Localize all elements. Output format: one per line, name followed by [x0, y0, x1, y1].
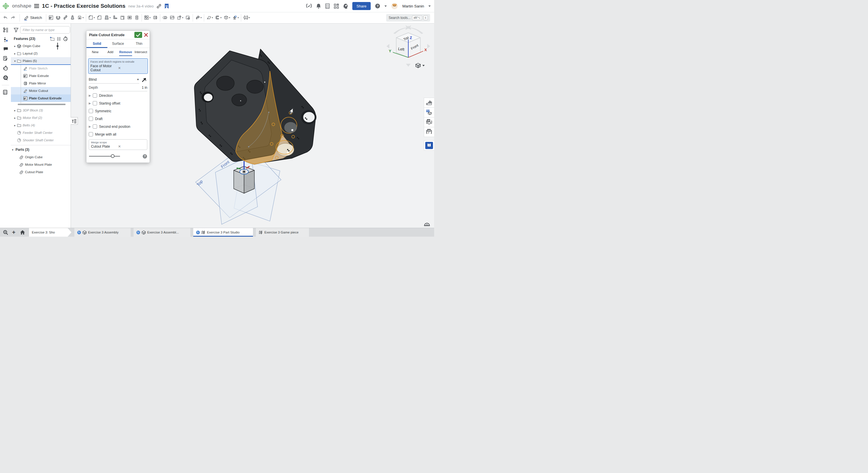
document-tab-exercise-3-assembl-[interactable]: ↻Exercise 3 Assembl... [133, 228, 190, 237]
user-avatar[interactable] [391, 3, 398, 9]
rollback-bar[interactable] [11, 102, 71, 107]
home-tab-icon[interactable] [20, 230, 25, 235]
hamburger-menu-icon[interactable] [34, 4, 39, 8]
feature-row-motor-ref-2-[interactable]: ▸Motor Ref (2) [11, 114, 71, 121]
cancel-button[interactable] [144, 33, 148, 37]
configuration-variables-button[interactable]: x [424, 127, 434, 137]
stopwatch-icon[interactable] [3, 65, 8, 71]
rollback-slider[interactable] [89, 154, 120, 158]
feature-row-motor-cutout[interactable]: Motor Cutout [11, 87, 71, 94]
document-tab-exercise-3-assembly[interactable]: ↻Exercise 3 Assembly [74, 228, 131, 237]
view-cube[interactable]: Top Left Front Z X Y [385, 25, 431, 68]
filter-funnel-icon[interactable] [14, 28, 19, 32]
feature-row-plates-5-[interactable]: ▾Plates (5) [11, 57, 71, 65]
document-tab-exercise-3-game-piece[interactable]: Exercise 3 Game piece [256, 228, 309, 237]
sweep-tool-button[interactable] [62, 14, 69, 21]
modify-tool-button[interactable]: ▾ [194, 14, 203, 21]
education-flag-icon[interactable] [164, 3, 169, 9]
feature-row-layout-2-[interactable]: ▸Layout (2) [11, 50, 71, 57]
clear-selection-icon[interactable]: ✕ [118, 66, 146, 70]
checkbox-symmetric[interactable] [89, 109, 93, 113]
filter-input[interactable] [20, 26, 70, 34]
feature-row-plate-sketch[interactable]: Plate Sketch [11, 65, 71, 72]
rollback-history-icon[interactable] [63, 36, 68, 41]
feature-row-plate-mirror[interactable]: Plate Mirror [11, 80, 71, 87]
versions-icon[interactable] [3, 27, 8, 33]
ai-advisor-icon[interactable] [343, 3, 348, 9]
feature-row-shooter-shaft-center[interactable]: Shooter Shaft Center [11, 137, 71, 144]
bool-mode-add[interactable]: Add [103, 48, 118, 56]
checklist-icon[interactable] [3, 90, 8, 95]
dialog-tab-thin[interactable]: Thin [129, 39, 150, 48]
document-tab-exercise-3-sho[interactable]: Exercise 3: Sho [29, 228, 71, 237]
protractor-icon[interactable] [424, 222, 430, 226]
end-type-dropdown[interactable]: Blind ▼ [89, 76, 139, 84]
insert-tab-button[interactable]: + [12, 230, 16, 235]
enclose-tool-button[interactable]: ▾ [222, 14, 231, 21]
depth-input[interactable]: 1 in [101, 84, 147, 91]
delete-part-tool-button[interactable] [184, 14, 191, 21]
user-name[interactable]: Martin Sanin [402, 4, 424, 8]
parts-section-header[interactable]: ▾ Parts (3) [11, 146, 71, 153]
configurations-table-button[interactable] [424, 117, 434, 127]
chevron-down-icon[interactable]: ▾ [13, 59, 17, 63]
mirror-tool-button[interactable] [152, 14, 159, 21]
checkbox-starting-offset[interactable] [93, 101, 97, 106]
merge-scope-box[interactable]: Merge scope Cutout Plate ✕ [89, 139, 147, 150]
notes-icon[interactable] [3, 56, 8, 61]
feature-drag-dots[interactable] [57, 43, 59, 50]
linked-info-icon[interactable]: ↻ [136, 231, 140, 234]
clear-merge-scope-icon[interactable]: ✕ [118, 144, 145, 148]
feature-row-feeder-shaft-center[interactable]: Feeder Shaft Center [11, 129, 71, 137]
dialog-tab-solid[interactable]: Solid [86, 39, 107, 48]
dialog-tab-surface[interactable]: Surface [107, 39, 128, 48]
revolve-tool-button[interactable] [55, 14, 62, 21]
checkbox-draft[interactable] [89, 117, 93, 121]
dialog-help-button[interactable]: ? [143, 154, 147, 158]
chevron-right-icon[interactable]: ▸ [13, 52, 17, 55]
find-tabs-icon[interactable] [3, 230, 8, 235]
copy-link-icon[interactable] [156, 4, 161, 9]
feature-row-plate-extrude[interactable]: Plate Extrude [11, 72, 71, 80]
document-title[interactable]: 1C - Practice Exercise Solutions [42, 3, 125, 9]
plane-tool-button[interactable]: ▾ [205, 14, 214, 21]
appearance-swatches-button[interactable] [424, 98, 434, 108]
part-row-cutout-plate[interactable]: Cutout Plate [11, 168, 71, 176]
extrude-tool-button[interactable] [48, 14, 55, 21]
thicken-tool-button[interactable]: ▾ [76, 14, 85, 21]
feature-row-belts-4-[interactable]: ▸Belts (4) [11, 121, 71, 129]
rollback-bar-handle[interactable] [18, 104, 65, 105]
shell-tool-button[interactable] [119, 14, 126, 21]
share-button[interactable]: Share [352, 2, 371, 10]
measure-tool-button[interactable]: ▾ [231, 14, 240, 21]
insert-version-icon[interactable] [3, 37, 8, 42]
feature-row-origin-cube[interactable]: ▸Origin Cube [11, 42, 71, 50]
slider-handle[interactable] [111, 154, 115, 158]
sketch-button[interactable]: Sketch [21, 13, 45, 22]
split-tool-button[interactable] [168, 14, 176, 21]
draft-tool-button[interactable]: ▾ [103, 14, 112, 21]
help-icon[interactable]: ? [375, 3, 380, 9]
learning-center-button[interactable] [424, 141, 434, 150]
suppress-pause-icon[interactable] [57, 37, 60, 41]
notifications-bell-icon[interactable] [316, 3, 321, 9]
chevron-right-icon[interactable]: ▶ [89, 125, 93, 128]
help-dropdown-caret-icon[interactable] [384, 5, 387, 7]
document-tab-exercise-3-part-studio[interactable]: ↻Exercise 3 Part Studio [193, 228, 253, 237]
collapse-tree-button[interactable] [71, 117, 78, 125]
checkbox-direction[interactable] [93, 93, 97, 98]
part-properties-table-button[interactable] [424, 108, 434, 117]
view-options-button[interactable] [415, 63, 425, 68]
linked-info-icon[interactable]: ↻ [77, 231, 81, 234]
chevron-right-icon[interactable]: ▸ [13, 116, 17, 119]
coil-tool-button[interactable] [133, 14, 141, 21]
loft-tool-button[interactable] [69, 14, 76, 21]
fillet-tool-button[interactable]: ▾ [87, 14, 96, 21]
bool-mode-remove[interactable]: Remove [118, 48, 133, 56]
bool-mode-new[interactable]: New [88, 48, 103, 56]
feature-row-plate-cutout-extrude[interactable]: Plate Cutout Extrude [11, 94, 71, 102]
chevron-right-icon[interactable]: ▶ [89, 102, 93, 105]
faces-selection-box[interactable]: Faces and sketch regions to extrude Face… [88, 58, 148, 74]
feature-row-3dp-block-3-[interactable]: ▸3DP Block (3) [11, 107, 71, 114]
chevron-right-icon[interactable]: ▶ [89, 94, 93, 97]
